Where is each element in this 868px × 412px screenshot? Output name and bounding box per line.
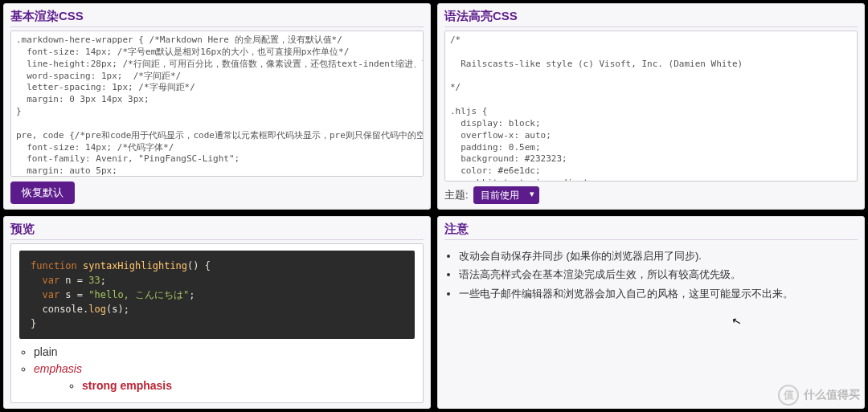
theme-row: 主题: 目前使用 xyxy=(444,186,858,204)
watermark: 值 什么值得买 xyxy=(778,385,860,406)
list-item: strong emphasis xyxy=(82,379,415,392)
preview-content: function syntaxHighlighting() { var n = … xyxy=(10,243,424,403)
theme-select[interactable]: 目前使用 xyxy=(473,186,539,204)
preview-codeblock: function syntaxHighlighting() { var n = … xyxy=(19,251,415,339)
syntax-css-textarea[interactable] xyxy=(444,31,858,182)
note-item: 改动会自动保存并同步 (如果你的浏览器启用了同步). xyxy=(459,247,858,265)
notes-list: 改动会自动保存并同步 (如果你的浏览器启用了同步). 语法高亮样式会在基本渲染完… xyxy=(459,247,858,303)
syntax-css-title: 语法高亮CSS xyxy=(444,9,858,27)
cursor-icon: ↖ xyxy=(731,314,743,329)
list-item: plain xyxy=(34,345,415,358)
note-item: 语法高亮样式会在基本渲染完成后生效，所以有较高优先级。 xyxy=(459,265,858,284)
notes-panel: 注意 改动会自动保存并同步 (如果你的浏览器启用了同步). 语法高亮样式会在基本… xyxy=(437,216,865,409)
basic-css-panel: 基本渲染CSS 恢复默认 xyxy=(3,3,431,210)
preview-title: 预览 xyxy=(10,222,424,240)
basic-css-textarea[interactable] xyxy=(10,31,424,177)
notes-title: 注意 xyxy=(444,222,858,240)
theme-label: 主题: xyxy=(444,188,469,202)
preview-panel: 预览 function syntaxHighlighting() { var n… xyxy=(3,216,431,409)
basic-css-title: 基本渲染CSS xyxy=(10,9,424,27)
watermark-logo-icon: 值 xyxy=(778,385,799,406)
note-item: 一些电子邮件编辑器和浏览器会加入自己的风格，这里可能显示不出来。 xyxy=(459,284,858,303)
preview-list: plain emphasis strong emphasis xyxy=(34,345,415,392)
reset-default-button[interactable]: 恢复默认 xyxy=(10,182,75,204)
list-item: emphasis strong emphasis xyxy=(34,362,415,392)
syntax-css-panel: 语法高亮CSS 主题: 目前使用 xyxy=(437,3,865,210)
watermark-text: 什么值得买 xyxy=(804,388,860,402)
